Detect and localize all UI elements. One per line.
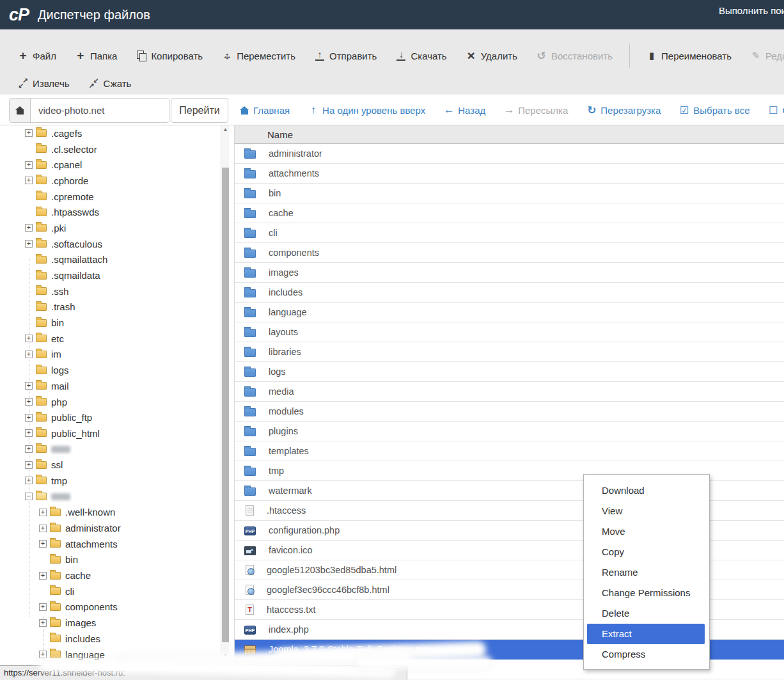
nav-link-на-один-уровень-вверх[interactable]: На один уровень вверх bbox=[308, 105, 425, 116]
tree-item-logs[interactable]: logs bbox=[0, 362, 221, 378]
toolbar-button-переименовать[interactable]: Переименовать bbox=[629, 43, 732, 68]
file-row-logs[interactable]: logs bbox=[235, 362, 784, 382]
expand-icon[interactable]: + bbox=[39, 540, 47, 548]
expand-icon[interactable]: + bbox=[25, 224, 33, 232]
nav-link-пересылка[interactable]: Пересылка bbox=[504, 105, 568, 116]
tree-item-.cl.selector[interactable]: .cl.selector bbox=[0, 141, 221, 157]
file-row-images[interactable]: images bbox=[235, 263, 784, 283]
expand-icon[interactable]: + bbox=[25, 429, 33, 437]
tree-item-mail[interactable]: + mail bbox=[0, 378, 221, 394]
tree-item-components[interactable]: + components bbox=[0, 599, 221, 615]
tree-item-cli[interactable]: cli bbox=[0, 583, 221, 599]
tree-item-.ssh[interactable]: .ssh bbox=[0, 283, 221, 299]
tree-item-cache[interactable]: + cache bbox=[0, 567, 221, 583]
home-path-button[interactable] bbox=[10, 99, 31, 122]
tree-item-.trash[interactable]: .trash bbox=[0, 299, 221, 315]
expand-icon[interactable]: + bbox=[25, 240, 33, 248]
file-list-header[interactable]: Name bbox=[235, 125, 784, 144]
expand-icon[interactable]: + bbox=[39, 509, 47, 516]
toolbar-button-файл[interactable]: Файл bbox=[18, 51, 56, 61]
nav-link-с[interactable]: С bbox=[769, 105, 784, 116]
file-row-cli[interactable]: cli bbox=[235, 223, 784, 243]
expand-icon[interactable]: + bbox=[25, 177, 33, 184]
tree-item-.sqmaildata[interactable]: .sqmaildata bbox=[0, 267, 221, 283]
go-button[interactable]: Перейти bbox=[171, 98, 228, 123]
file-row-cache[interactable]: cache bbox=[235, 203, 784, 223]
expand-icon[interactable]: + bbox=[25, 161, 33, 169]
nav-link-главная[interactable]: Главная bbox=[240, 105, 290, 116]
expand-icon[interactable]: + bbox=[25, 445, 33, 453]
tree-item-php[interactable]: + php bbox=[0, 394, 221, 410]
expand-icon[interactable]: + bbox=[25, 351, 33, 358]
nav-link-выбрать-все[interactable]: Выбрать все bbox=[679, 105, 749, 116]
menu-item-delete[interactable]: Delete bbox=[584, 603, 709, 624]
file-row-components[interactable]: components bbox=[235, 243, 784, 263]
file-row-libraries[interactable]: libraries bbox=[235, 342, 784, 362]
search-link[interactable]: Выполнить пои bbox=[719, 5, 784, 16]
scrollbar-thumb[interactable] bbox=[222, 168, 229, 642]
tree-item-.cphorde[interactable]: + .cphorde bbox=[0, 173, 221, 189]
tree-item-attachments[interactable]: + attachments bbox=[0, 536, 221, 552]
file-row-layouts[interactable]: layouts bbox=[235, 322, 784, 342]
nav-link-назад[interactable]: Назад bbox=[444, 105, 485, 116]
file-row-plugins[interactable]: plugins bbox=[235, 422, 784, 441]
tree-item-.sqmailattach[interactable]: .sqmailattach bbox=[0, 252, 221, 268]
menu-item-change-permissions[interactable]: Change Permissions bbox=[584, 583, 709, 603]
tree-item-public-html[interactable]: + public_html bbox=[0, 425, 221, 441]
scroll-up-icon[interactable]: ▲ bbox=[221, 125, 230, 134]
expand-icon[interactable]: + bbox=[39, 619, 47, 627]
tree-item-redacted[interactable]: + bbox=[0, 441, 221, 457]
toolbar-button-отправить[interactable]: Отправить bbox=[315, 51, 377, 61]
expand-icon[interactable]: + bbox=[39, 572, 47, 580]
expand-icon[interactable]: + bbox=[39, 651, 47, 658]
tree-item-etc[interactable]: + etc bbox=[0, 331, 221, 347]
file-row-modules[interactable]: modules bbox=[235, 402, 784, 422]
tree-item-.cagefs[interactable]: + .cagefs bbox=[0, 125, 221, 141]
tree-item-includes[interactable]: includes bbox=[0, 631, 221, 647]
toolbar-button-удалить[interactable]: Удалить bbox=[466, 51, 517, 61]
expand-icon[interactable]: + bbox=[25, 129, 33, 137]
file-row-language[interactable]: language bbox=[235, 303, 784, 322]
tree-item-bin[interactable]: bin bbox=[0, 315, 221, 331]
menu-item-compress[interactable]: Compress bbox=[584, 644, 709, 665]
tree-item-ssl[interactable]: + ssl bbox=[0, 457, 221, 473]
file-row-templates[interactable]: templates bbox=[235, 441, 784, 461]
tree-item-public-ftp[interactable]: + public_ftp bbox=[0, 409, 221, 425]
file-row-attachments[interactable]: attachments bbox=[235, 164, 784, 184]
tree-item-.softaculous[interactable]: + .softaculous bbox=[0, 236, 221, 252]
collapse-icon[interactable]: − bbox=[25, 493, 33, 500]
tree-item-redacted-open[interactable]: − bbox=[0, 489, 221, 505]
file-row-media[interactable]: media bbox=[235, 382, 784, 402]
file-row-administrator[interactable]: administrator bbox=[235, 144, 784, 164]
path-input[interactable] bbox=[31, 99, 169, 122]
expand-icon[interactable]: + bbox=[25, 382, 33, 390]
menu-item-download[interactable]: Download bbox=[584, 480, 709, 501]
expand-icon[interactable]: + bbox=[25, 398, 33, 406]
expand-icon[interactable]: + bbox=[25, 477, 33, 484]
tree-item-.cpanel[interactable]: + .cpanel bbox=[0, 157, 221, 173]
expand-icon[interactable]: + bbox=[25, 335, 33, 342]
menu-item-view[interactable]: View bbox=[584, 501, 709, 521]
tree-item-images[interactable]: + images bbox=[0, 615, 221, 631]
expand-icon[interactable]: + bbox=[39, 603, 47, 611]
tree-item-bin[interactable]: bin bbox=[0, 552, 221, 568]
file-row-includes[interactable]: includes bbox=[235, 283, 784, 303]
nav-link-перезагрузка[interactable]: Перезагрузка bbox=[586, 105, 661, 116]
menu-item-rename[interactable]: Rename bbox=[584, 562, 709, 583]
toolbar-button-папка[interactable]: Папка bbox=[75, 51, 117, 61]
toolbar-button-редактиро[interactable]: Редактиро bbox=[751, 51, 784, 61]
tree-item-.htpasswds[interactable]: .htpasswds bbox=[0, 204, 221, 220]
tree-scrollbar[interactable]: ▲ ▼ bbox=[221, 125, 229, 663]
tree-item-.cpremote[interactable]: .cpremote bbox=[0, 189, 221, 205]
tree-item-administrator[interactable]: + administrator bbox=[0, 520, 221, 536]
toolbar-button-копировать[interactable]: Копировать bbox=[136, 51, 203, 61]
toolbar-button-скачать[interactable]: Скачать bbox=[396, 51, 446, 61]
expand-icon[interactable]: + bbox=[25, 414, 33, 422]
menu-item-copy[interactable]: Copy bbox=[584, 542, 709, 562]
toolbar-button-извлечь[interactable]: Извлечь bbox=[18, 78, 70, 89]
expand-icon[interactable]: + bbox=[25, 461, 33, 469]
tree-item-.pki[interactable]: + .pki bbox=[0, 220, 221, 236]
toolbar-button-переместить[interactable]: Переместить bbox=[222, 51, 295, 61]
tree-item-im[interactable]: + im bbox=[0, 347, 221, 363]
menu-item-move[interactable]: Move bbox=[584, 521, 709, 542]
